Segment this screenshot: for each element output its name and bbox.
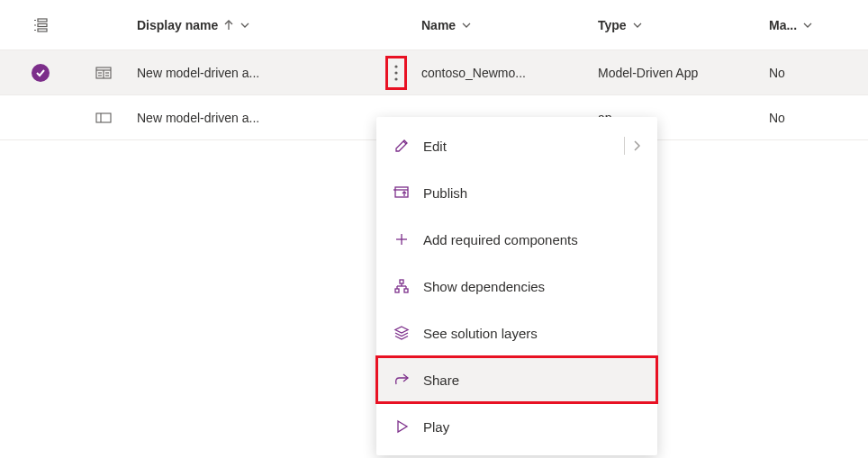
row-selected-check-icon[interactable] <box>32 64 50 82</box>
cell-type: Model-Driven App <box>598 66 698 80</box>
cell-managed: No <box>769 66 785 80</box>
form-icon <box>95 67 112 79</box>
svg-rect-0 <box>38 19 47 22</box>
column-header-label: Type <box>598 18 627 32</box>
table-header-row: Display name Name Type Ma... <box>0 0 868 50</box>
column-header-type[interactable]: Type <box>594 18 765 32</box>
cell-display-name: New model-driven a... <box>137 66 259 80</box>
table-row[interactable]: New model-driven a... contoso_Newmo... M… <box>0 50 868 95</box>
context-menu: Edit Publish Add required components Sho… <box>376 117 657 140</box>
column-header-label: Display name <box>137 18 218 32</box>
column-header-display-name[interactable]: Display name <box>126 18 378 32</box>
cell-display-name: New model-driven a... <box>137 111 259 125</box>
menu-item-submenu-indicator[interactable] <box>624 137 641 140</box>
svg-point-15 <box>394 71 397 74</box>
cell-managed: No <box>769 111 785 125</box>
sort-asc-icon <box>223 19 234 31</box>
column-header-managed[interactable]: Ma... <box>765 18 868 32</box>
chevron-right-icon <box>632 139 641 140</box>
svg-point-14 <box>394 65 397 67</box>
column-header-select[interactable] <box>0 17 81 33</box>
chevron-down-icon <box>240 20 250 31</box>
chevron-down-icon <box>461 20 472 31</box>
chevron-down-icon <box>802 20 813 31</box>
menu-label: Edit <box>423 139 611 141</box>
column-header-label: Ma... <box>769 18 797 32</box>
more-actions-button[interactable] <box>386 57 406 89</box>
pencil-icon <box>393 138 411 140</box>
svg-rect-2 <box>38 29 47 31</box>
menu-item-edit[interactable]: Edit <box>376 122 657 140</box>
select-all-icon <box>32 17 49 33</box>
column-header-label: Name <box>421 18 456 32</box>
cell-name: contoso_Newmo... <box>421 66 526 80</box>
svg-rect-1 <box>38 23 47 26</box>
chevron-down-icon <box>632 20 643 31</box>
svg-point-16 <box>394 77 397 80</box>
column-header-name[interactable]: Name <box>414 18 594 32</box>
panel-icon <box>95 112 112 123</box>
more-vertical-icon <box>394 65 398 81</box>
svg-rect-17 <box>96 113 111 122</box>
